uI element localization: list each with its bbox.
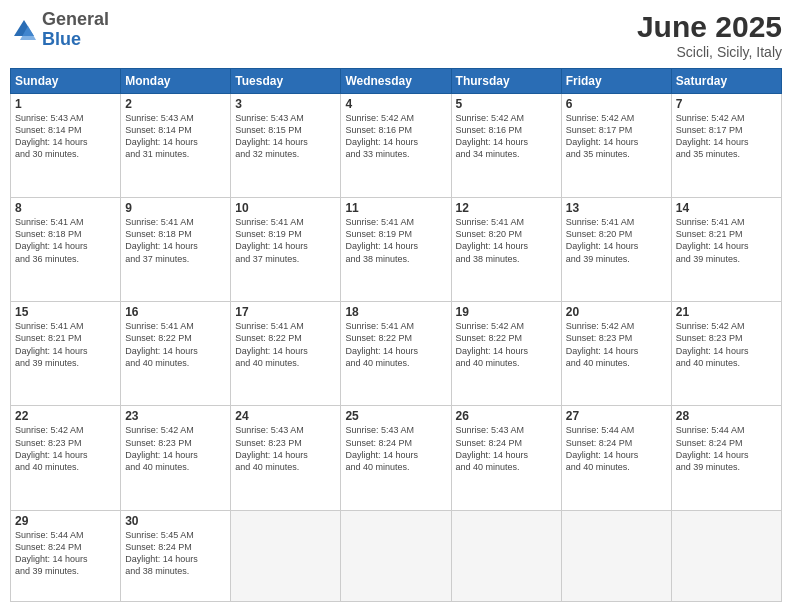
col-thursday: Thursday (451, 69, 561, 94)
week-5: 29 Sunrise: 5:44 AMSunset: 8:24 PMDaylig… (11, 510, 782, 602)
month-title: June 2025 (637, 10, 782, 44)
day-12: 12 Sunrise: 5:41 AMSunset: 8:20 PMDaylig… (451, 198, 561, 302)
col-monday: Monday (121, 69, 231, 94)
week-2: 8 Sunrise: 5:41 AMSunset: 8:18 PMDayligh… (11, 198, 782, 302)
day-24: 24 Sunrise: 5:43 AMSunset: 8:23 PMDaylig… (231, 406, 341, 510)
header: General Blue June 2025 Scicli, Sicily, I… (10, 10, 782, 60)
day-20: 20 Sunrise: 5:42 AMSunset: 8:23 PMDaylig… (561, 302, 671, 406)
col-sunday: Sunday (11, 69, 121, 94)
empty-cell (451, 510, 561, 602)
location-subtitle: Scicli, Sicily, Italy (637, 44, 782, 60)
day-18: 18 Sunrise: 5:41 AMSunset: 8:22 PMDaylig… (341, 302, 451, 406)
logo-general: General (42, 9, 109, 29)
day-6: 6 Sunrise: 5:42 AMSunset: 8:17 PMDayligh… (561, 94, 671, 198)
day-25: 25 Sunrise: 5:43 AMSunset: 8:24 PMDaylig… (341, 406, 451, 510)
day-5: 5 Sunrise: 5:42 AMSunset: 8:16 PMDayligh… (451, 94, 561, 198)
day-29: 29 Sunrise: 5:44 AMSunset: 8:24 PMDaylig… (11, 510, 121, 602)
week-1: 1Sunrise: 5:43 AMSunset: 8:14 PMDaylight… (11, 94, 782, 198)
day-30: 30 Sunrise: 5:45 AMSunset: 8:24 PMDaylig… (121, 510, 231, 602)
day-3: 3 Sunrise: 5:43 AMSunset: 8:15 PMDayligh… (231, 94, 341, 198)
day-19: 19 Sunrise: 5:42 AMSunset: 8:22 PMDaylig… (451, 302, 561, 406)
day-21: 21 Sunrise: 5:42 AMSunset: 8:23 PMDaylig… (671, 302, 781, 406)
day-1: 1Sunrise: 5:43 AMSunset: 8:14 PMDaylight… (11, 94, 121, 198)
logo-blue: Blue (42, 29, 81, 49)
day-22: 22 Sunrise: 5:42 AMSunset: 8:23 PMDaylig… (11, 406, 121, 510)
week-4: 22 Sunrise: 5:42 AMSunset: 8:23 PMDaylig… (11, 406, 782, 510)
week-3: 15 Sunrise: 5:41 AMSunset: 8:21 PMDaylig… (11, 302, 782, 406)
day-9: 9 Sunrise: 5:41 AMSunset: 8:18 PMDayligh… (121, 198, 231, 302)
empty-cell (671, 510, 781, 602)
empty-cell (561, 510, 671, 602)
day-17: 17 Sunrise: 5:41 AMSunset: 8:22 PMDaylig… (231, 302, 341, 406)
day-10: 10 Sunrise: 5:41 AMSunset: 8:19 PMDaylig… (231, 198, 341, 302)
calendar: Sunday Monday Tuesday Wednesday Thursday… (10, 68, 782, 602)
day-26: 26 Sunrise: 5:43 AMSunset: 8:24 PMDaylig… (451, 406, 561, 510)
title-block: June 2025 Scicli, Sicily, Italy (637, 10, 782, 60)
day-4: 4 Sunrise: 5:42 AMSunset: 8:16 PMDayligh… (341, 94, 451, 198)
header-row: Sunday Monday Tuesday Wednesday Thursday… (11, 69, 782, 94)
day-16: 16 Sunrise: 5:41 AMSunset: 8:22 PMDaylig… (121, 302, 231, 406)
day-23: 23 Sunrise: 5:42 AMSunset: 8:23 PMDaylig… (121, 406, 231, 510)
day-27: 27 Sunrise: 5:44 AMSunset: 8:24 PMDaylig… (561, 406, 671, 510)
day-7: 7 Sunrise: 5:42 AMSunset: 8:17 PMDayligh… (671, 94, 781, 198)
col-saturday: Saturday (671, 69, 781, 94)
empty-cell (231, 510, 341, 602)
day-14: 14 Sunrise: 5:41 AMSunset: 8:21 PMDaylig… (671, 198, 781, 302)
day-11: 11 Sunrise: 5:41 AMSunset: 8:19 PMDaylig… (341, 198, 451, 302)
logo-icon (10, 16, 38, 44)
logo: General Blue (10, 10, 109, 50)
col-wednesday: Wednesday (341, 69, 451, 94)
empty-cell (341, 510, 451, 602)
day-13: 13 Sunrise: 5:41 AMSunset: 8:20 PMDaylig… (561, 198, 671, 302)
col-tuesday: Tuesday (231, 69, 341, 94)
page: General Blue June 2025 Scicli, Sicily, I… (0, 0, 792, 612)
day-2: 2 Sunrise: 5:43 AMSunset: 8:14 PMDayligh… (121, 94, 231, 198)
day-28: 28 Sunrise: 5:44 AMSunset: 8:24 PMDaylig… (671, 406, 781, 510)
logo-text: General Blue (42, 10, 109, 50)
col-friday: Friday (561, 69, 671, 94)
day-15: 15 Sunrise: 5:41 AMSunset: 8:21 PMDaylig… (11, 302, 121, 406)
day-8: 8 Sunrise: 5:41 AMSunset: 8:18 PMDayligh… (11, 198, 121, 302)
